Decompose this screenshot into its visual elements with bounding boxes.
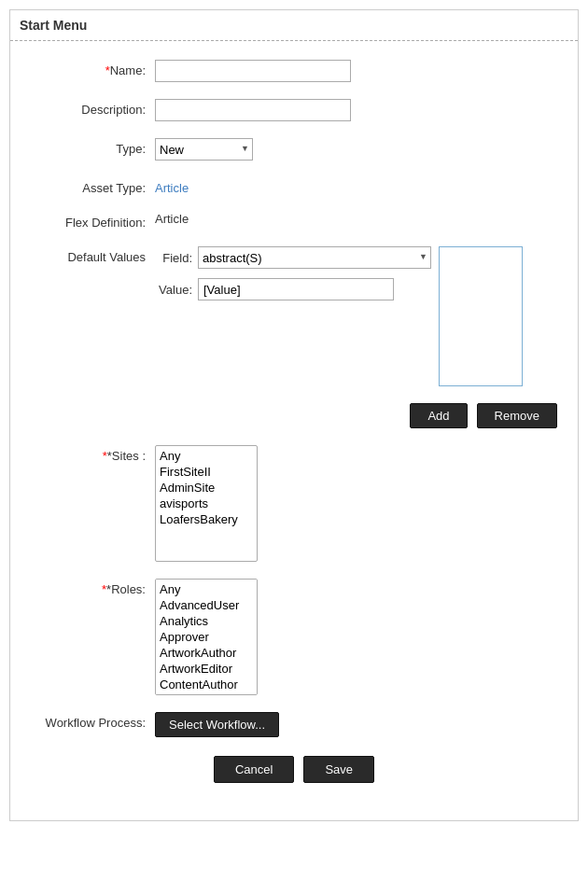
type-row: Type: New Edit View	[20, 138, 568, 161]
value-input[interactable]	[198, 278, 394, 300]
sites-option-loafersbakery[interactable]: LoafersBakery	[158, 511, 255, 527]
default-values-content: Field: abstract(S) title(S) body(S) auth…	[155, 246, 568, 386]
roles-option-contentauthor[interactable]: ContentAuthor	[158, 677, 255, 692]
sites-control-wrap: Any FirstSiteII AdminSite avisports Loaf…	[155, 445, 568, 562]
description-row: Description:	[20, 99, 568, 121]
flex-definition-row: Flex Definition: Article	[20, 212, 568, 230]
flex-definition-value: Article	[155, 208, 189, 226]
default-values-label: Default Values	[20, 246, 155, 264]
sites-label: **Sites :	[20, 445, 155, 463]
name-row: *Name:	[20, 60, 568, 82]
name-control-wrap	[155, 60, 568, 82]
flex-definition-control-wrap: Article	[155, 212, 568, 226]
type-select[interactable]: New Edit View	[155, 138, 253, 161]
sites-option-avisports[interactable]: avisports	[158, 496, 255, 511]
type-control-wrap: New Edit View	[155, 138, 568, 161]
value-label: Value:	[155, 283, 192, 297]
sites-row: **Sites : Any FirstSiteII AdminSite avis…	[20, 445, 568, 562]
asset-type-control-wrap: Article	[155, 177, 568, 195]
roles-label: **Roles:	[20, 579, 155, 596]
asset-type-row: Asset Type: Article	[20, 177, 568, 195]
roles-option-any[interactable]: Any	[158, 581, 255, 597]
flex-definition-label: Flex Definition:	[20, 212, 155, 230]
sites-option-adminsite[interactable]: AdminSite	[158, 480, 255, 496]
description-label: Description:	[20, 99, 155, 117]
roles-option-approver[interactable]: Approver	[158, 629, 255, 645]
roles-listbox[interactable]: Any AdvancedUser Analytics Approver Artw…	[155, 579, 258, 695]
field-label: Field:	[155, 251, 192, 265]
workflow-process-control-wrap: Select Workflow...	[155, 712, 568, 737]
roles-control-wrap: Any AdvancedUser Analytics Approver Artw…	[155, 579, 568, 695]
remove-button[interactable]: Remove	[477, 403, 557, 428]
value-row: Value:	[155, 278, 431, 300]
roles-option-artworkeditor[interactable]: ArtworkEditor	[158, 661, 255, 677]
field-select-wrapper: abstract(S) title(S) body(S) author(S)	[198, 246, 431, 269]
field-row: Field: abstract(S) title(S) body(S) auth…	[155, 246, 431, 269]
sites-option-any[interactable]: Any	[158, 448, 255, 464]
page-container: Start Menu *Name: Description: Type:	[9, 9, 579, 821]
page-title: Start Menu	[10, 10, 578, 41]
cancel-button[interactable]: Cancel	[214, 756, 294, 783]
sites-listbox[interactable]: Any FirstSiteII AdminSite avisports Loaf…	[155, 445, 258, 562]
roles-option-advanceduser[interactable]: AdvancedUser	[158, 597, 255, 613]
description-control-wrap	[155, 99, 568, 121]
bottom-buttons: Cancel Save	[20, 756, 568, 783]
default-values-section: Default Values Field: abstract(S) title(…	[20, 246, 568, 386]
form-body: *Name: Description: Type: New Edit View	[10, 41, 578, 820]
field-value-section: Field: abstract(S) title(S) body(S) auth…	[155, 246, 431, 300]
workflow-process-row: Workflow Process: Select Workflow...	[20, 712, 568, 737]
asset-type-label: Asset Type:	[20, 177, 155, 195]
name-label: *Name:	[20, 60, 155, 77]
roles-row: **Roles: Any AdvancedUser Analytics Appr…	[20, 579, 568, 695]
type-select-wrapper: New Edit View	[155, 138, 253, 161]
field-select[interactable]: abstract(S) title(S) body(S) author(S)	[198, 246, 431, 269]
roles-option-artworkauthor[interactable]: ArtworkAuthor	[158, 645, 255, 661]
name-input[interactable]	[155, 60, 351, 82]
roles-option-contenteditor[interactable]: ContentEditor	[158, 692, 255, 695]
add-remove-buttons-row: Add Remove	[20, 403, 568, 428]
type-label: Type:	[20, 138, 155, 156]
add-button[interactable]: Add	[410, 403, 467, 428]
roles-option-analytics[interactable]: Analytics	[158, 613, 255, 629]
description-input[interactable]	[155, 99, 351, 121]
sites-option-firstsite[interactable]: FirstSiteII	[158, 464, 255, 480]
workflow-process-label: Workflow Process:	[20, 712, 155, 730]
asset-type-link[interactable]: Article	[155, 177, 189, 195]
select-workflow-button[interactable]: Select Workflow...	[155, 712, 279, 737]
save-button[interactable]: Save	[303, 756, 374, 783]
default-values-textarea[interactable]	[439, 246, 523, 386]
